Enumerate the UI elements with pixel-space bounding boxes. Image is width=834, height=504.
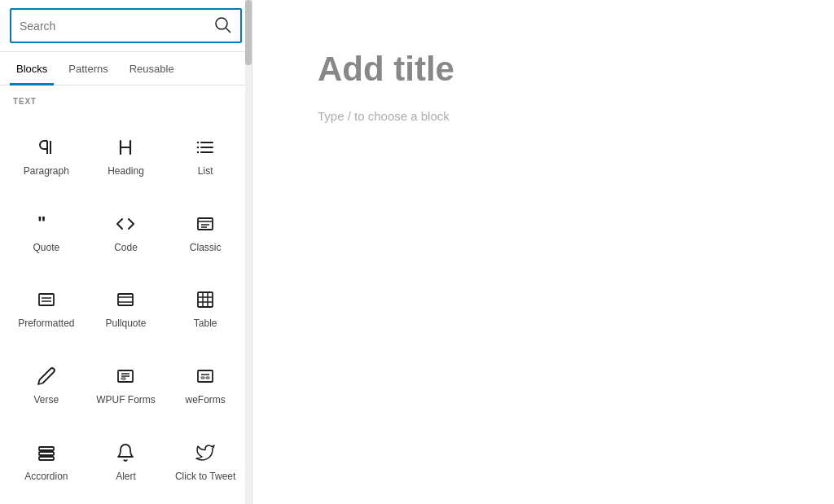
wpuf-forms-label: WPUF Forms [96,394,156,405]
svg-rect-15 [39,294,54,305]
verse-icon [37,365,56,388]
search-box [10,8,242,43]
svg-rect-11 [198,218,213,230]
accordion-label: Accordion [24,471,68,482]
tab-blocks[interactable]: Blocks [10,53,54,85]
svg-text:": " [37,214,46,233]
block-table[interactable]: Table [165,269,245,345]
table-label: Table [194,318,217,329]
block-paragraph[interactable]: Paragraph [7,116,86,192]
scrollbar-thumb[interactable] [245,0,252,65]
code-icon [116,213,135,235]
pullquote-icon [116,288,135,311]
wpuf-forms-icon [116,365,135,388]
block-alert[interactable]: Alert [86,421,166,497]
svg-point-0 [216,18,227,29]
block-pullquote[interactable]: Pullquote [86,269,166,345]
scrollbar-track[interactable] [245,0,252,504]
classic-label: Classic [190,242,222,253]
alert-label: Alert [116,471,136,482]
block-code[interactable]: Code [86,192,166,269]
tab-patterns[interactable]: Patterns [62,53,114,85]
classic-icon [195,213,215,235]
svg-rect-21 [198,292,213,307]
svg-line-1 [226,28,231,33]
svg-rect-35 [39,452,54,455]
table-icon [195,288,215,311]
paragraph-label: Paragraph [24,165,69,177]
twitter-icon [195,441,215,464]
tabs-bar: Blocks Patterns Reusable [0,52,252,85]
quote-icon: " [37,213,56,235]
svg-rect-18 [118,294,133,305]
block-weforms[interactable]: weForms [165,344,245,421]
editor-area: Add title Type / to choose a block [252,0,834,504]
list-label: List [198,165,213,177]
preformatted-label: Preformatted [18,318,74,329]
editor-title-placeholder[interactable]: Add title [318,49,769,90]
svg-rect-29 [121,378,125,379]
block-verse[interactable]: Verse [7,344,86,421]
search-icon [213,15,232,37]
block-heading[interactable]: Heading [86,116,166,192]
weforms-label: weForms [185,394,225,405]
block-preformatted[interactable]: Preformatted [7,269,86,345]
weforms-icon [195,365,215,388]
block-click-to-tweet[interactable]: Click to Tweet [165,421,245,497]
block-list[interactable]: List [165,116,245,192]
sidebar: Blocks Patterns Reusable TEXT Paragraph [0,0,252,504]
section-text-label: TEXT [0,85,252,109]
list-icon [195,136,215,159]
block-wpuf-forms[interactable]: WPUF Forms [86,344,166,421]
block-accordion[interactable]: Accordion [7,421,86,497]
block-classic[interactable]: Classic [165,192,245,269]
svg-rect-32 [201,377,204,379]
svg-rect-30 [198,370,213,382]
editor-body-placeholder[interactable]: Type / to choose a block [318,109,769,123]
heading-icon [116,136,135,159]
svg-rect-36 [39,457,54,460]
tab-reusable[interactable]: Reusable [123,53,181,85]
paragraph-icon [37,136,56,159]
block-quote[interactable]: " Quote [7,192,86,269]
search-input[interactable] [20,20,213,33]
quote-label: Quote [33,242,59,253]
click-to-tweet-label: Click to Tweet [175,471,235,482]
preformatted-icon [37,288,56,311]
accordion-icon [37,441,56,464]
verse-label: Verse [33,394,59,405]
alert-icon [116,441,135,464]
search-area [0,0,252,52]
svg-rect-33 [206,377,209,379]
pullquote-label: Pullquote [105,318,146,329]
heading-label: Heading [108,165,144,177]
code-label: Code [114,242,138,253]
blocks-grid: Paragraph Heading [0,109,252,504]
svg-rect-34 [39,447,54,450]
